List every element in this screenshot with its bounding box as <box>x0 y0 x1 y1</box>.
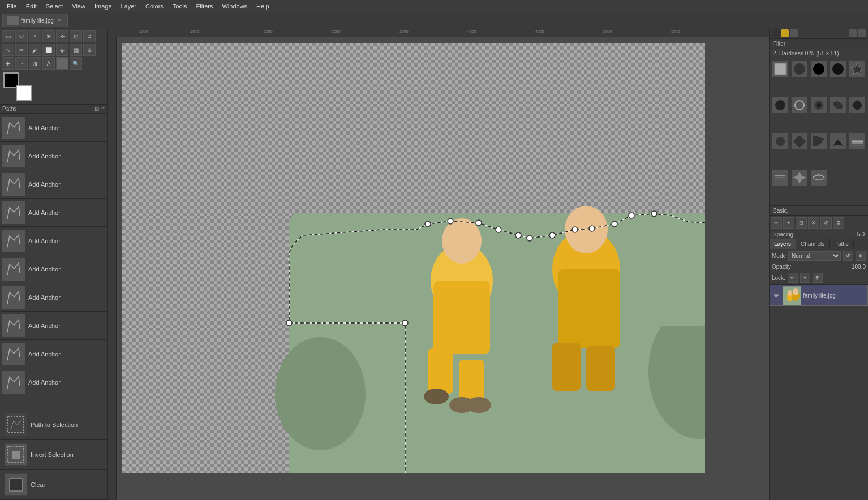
fuzzy-select-tool[interactable]: ✱ <box>42 30 55 42</box>
mode-select[interactable]: Normal Dissolve Multiply Screen Overlay <box>788 251 841 261</box>
brush-cell[interactable] <box>829 96 847 114</box>
menu-edit[interactable]: Edit <box>22 2 41 11</box>
brush-cell[interactable] <box>771 60 789 78</box>
brush-cell[interactable] <box>810 169 828 187</box>
rect-select-tool[interactable]: ▭ <box>2 30 14 42</box>
svg-rect-16 <box>10 479 22 491</box>
clone-tool[interactable]: ⊕ <box>83 44 96 56</box>
tab-layers[interactable]: Layers <box>770 239 796 249</box>
brush-cell[interactable] <box>829 60 847 78</box>
tab-channels[interactable]: Channels <box>796 239 830 249</box>
brush-duplicate-button[interactable]: ⊞ <box>796 217 807 229</box>
opacity-value: 100.0 <box>852 264 866 270</box>
brush-new-button[interactable]: + <box>783 217 794 229</box>
menu-image[interactable]: Image <box>90 2 117 11</box>
brush-edit-button[interactable]: ✏ <box>771 217 782 229</box>
menu-view[interactable]: View <box>67 2 90 11</box>
brush-cell[interactable] <box>771 96 789 114</box>
brush-cell[interactable] <box>810 60 828 78</box>
brush-cell[interactable] <box>790 132 809 150</box>
canvas-image[interactable] <box>122 43 705 473</box>
panel-restore-button[interactable] <box>781 29 789 37</box>
list-item[interactable]: Add Anchor <box>0 283 107 312</box>
dodge-tool[interactable]: ◑ <box>29 57 41 70</box>
crop-tool[interactable]: ⊡ <box>70 30 82 42</box>
list-item[interactable]: Add Anchor <box>0 199 107 227</box>
brush-cell[interactable] <box>790 60 809 78</box>
move-tool[interactable]: ✛ <box>56 30 68 42</box>
menu-filters[interactable]: Filters <box>192 2 218 11</box>
brush-cell[interactable] <box>771 132 789 150</box>
list-item[interactable]: Add Anchor <box>0 255 107 283</box>
smudge-tool[interactable]: ~ <box>15 57 28 70</box>
panel-close-button[interactable] <box>790 29 798 37</box>
brush-settings-button[interactable]: ⚙ <box>833 217 844 229</box>
brush-cell[interactable] <box>790 96 809 114</box>
brush-cell[interactable] <box>848 132 866 150</box>
toolbox-expand-icon[interactable]: ⊞ <box>94 106 99 112</box>
bucket-tool[interactable]: ⬙ <box>56 44 68 56</box>
toolbox-settings-icon[interactable]: ≡ <box>101 106 105 112</box>
panel-settings-button[interactable] <box>858 29 866 37</box>
brush-cell[interactable] <box>810 132 828 150</box>
layer-item[interactable]: 👁 family life.jpg <box>770 285 868 306</box>
tab-close-button[interactable]: × <box>56 17 63 24</box>
lock-position-button[interactable]: + <box>800 273 810 283</box>
svg-rect-36 <box>586 346 615 391</box>
text-tool[interactable]: A <box>42 57 55 70</box>
menu-help[interactable]: Help <box>252 2 274 11</box>
zoom-tool[interactable]: 🔍 <box>70 57 82 70</box>
brush-tool[interactable]: 🖌 <box>29 44 41 56</box>
menu-select[interactable]: Select <box>41 2 68 11</box>
menu-colors[interactable]: Colors <box>141 2 168 11</box>
list-item[interactable]: Add Anchor <box>0 312 107 340</box>
brush-cell[interactable] <box>810 96 828 114</box>
svg-point-49 <box>549 232 555 238</box>
list-item[interactable]: Add Anchor <box>0 170 107 199</box>
mode-settings-button[interactable]: ⊕ <box>856 251 866 261</box>
menu-tools[interactable]: Tools <box>168 2 192 11</box>
path-label: Add Anchor <box>28 266 61 273</box>
gradient-tool[interactable]: ▦ <box>70 44 82 56</box>
list-item[interactable]: Add Anchor <box>0 227 107 255</box>
lasso-tool[interactable]: ⌖ <box>29 30 41 42</box>
invert-selection-button[interactable]: Invert Selection <box>0 440 107 470</box>
lock-label: Lock: <box>772 275 785 281</box>
svg-point-28 <box>442 218 482 264</box>
menu-file[interactable]: File <box>2 2 22 11</box>
brush-cell[interactable] <box>829 132 847 150</box>
mode-reset-button[interactable]: ↺ <box>843 251 853 261</box>
ellipse-select-tool[interactable]: ⬭ <box>15 30 28 42</box>
brush-cell[interactable] <box>771 169 789 187</box>
lock-pixels-button[interactable]: ✏ <box>788 273 798 283</box>
panel-minimize-button[interactable] <box>772 29 780 37</box>
heal-tool[interactable]: ✚ <box>2 57 14 70</box>
list-item[interactable]: Add Anchor <box>0 114 107 142</box>
list-item[interactable]: Add Anchor <box>0 340 107 368</box>
brush-refresh-button[interactable]: ↺ <box>820 217 832 229</box>
layer-visibility-toggle[interactable]: 👁 <box>772 291 780 299</box>
panel-action-button[interactable] <box>849 29 857 37</box>
brush-cell[interactable] <box>848 96 866 114</box>
brush-delete-button[interactable]: ✕ <box>808 217 819 229</box>
brush-cell[interactable] <box>790 169 809 187</box>
clear-button[interactable]: Clear <box>0 470 107 500</box>
lock-row: Lock: ✏ + ⊞ <box>770 271 868 285</box>
path-tool[interactable]: ⌒ <box>56 57 68 70</box>
pencil-tool[interactable]: ✏ <box>15 44 28 56</box>
lock-all-button[interactable]: ⊞ <box>813 273 823 283</box>
spacing-row: Spacing 5.0 <box>770 230 868 239</box>
path-to-selection-button[interactable]: Path to Selection <box>0 410 107 440</box>
scale-tool[interactable]: ⤡ <box>2 44 14 56</box>
list-item[interactable]: Add Anchor <box>0 142 107 170</box>
image-tab[interactable]: family life.jpg × <box>2 14 68 27</box>
background-color[interactable] <box>16 85 32 101</box>
menu-windows[interactable]: Windows <box>217 2 252 11</box>
list-item[interactable]: Add Anchor <box>0 368 107 396</box>
eraser-tool[interactable]: ⬜ <box>42 44 55 56</box>
rotate-tool[interactable]: ↺ <box>83 30 96 42</box>
menu-layer[interactable]: Layer <box>117 2 141 11</box>
ruler-mark: 3500 <box>399 29 409 33</box>
tab-paths[interactable]: Paths <box>830 239 854 249</box>
brush-cell[interactable] <box>848 60 866 78</box>
